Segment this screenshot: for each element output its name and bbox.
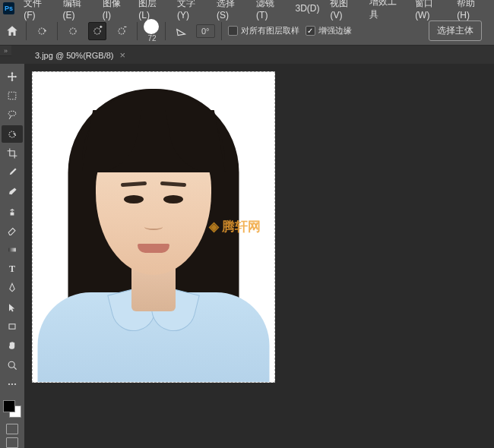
menu-select[interactable]: 选择(S)	[212, 0, 250, 23]
menu-plugins[interactable]: 增效工具	[365, 0, 409, 24]
checkbox-icon	[228, 26, 238, 36]
type-tool[interactable]: T	[2, 260, 23, 277]
svg-point-1	[70, 28, 76, 34]
screen-mode-icon[interactable]	[6, 437, 18, 448]
new-selection-icon[interactable]	[64, 22, 82, 40]
quick-select-tool[interactable]	[2, 125, 23, 143]
hand-tool[interactable]	[2, 337, 23, 355]
svg-point-11	[8, 361, 14, 368]
clone-tool[interactable]	[2, 202, 23, 219]
divider	[57, 22, 58, 40]
document-tab[interactable]: 3.jpg @ 50%(RGB/8) ×	[27, 46, 131, 64]
marquee-tool[interactable]	[2, 87, 23, 104]
svg-rect-4	[8, 92, 16, 99]
svg-point-13	[11, 383, 13, 385]
divider	[26, 22, 27, 40]
pen-tool[interactable]	[2, 279, 23, 297]
menu-3d[interactable]: 3D(D)	[290, 1, 324, 16]
divider	[165, 22, 166, 40]
angle-icon[interactable]	[172, 22, 190, 40]
rectangle-tool[interactable]	[2, 317, 23, 335]
quick-mask-icon[interactable]	[6, 424, 18, 434]
svg-point-12	[8, 383, 10, 385]
foreground-color-swatch[interactable]	[3, 400, 15, 412]
menu-text[interactable]: 文字(Y)	[173, 0, 211, 23]
document-canvas[interactable]: 腾轩网	[32, 71, 275, 383]
watermark-text: 腾轩网	[209, 218, 261, 235]
svg-point-2	[94, 28, 100, 34]
document-tabs: 3.jpg @ 50%(RGB/8) ×	[0, 46, 494, 64]
panel-expand-icon[interactable]	[0, 46, 11, 56]
svg-rect-8	[8, 248, 16, 251]
brush-tool[interactable]	[2, 183, 23, 200]
subtract-selection-icon[interactable]	[112, 22, 131, 40]
close-icon[interactable]: ×	[120, 49, 126, 61]
crop-tool[interactable]	[2, 144, 23, 162]
select-subject-button[interactable]: 选择主体	[429, 21, 482, 41]
app-logo: Ps	[3, 2, 14, 14]
menu-view[interactable]: 视图(V)	[325, 0, 363, 23]
eraser-tool[interactable]	[2, 222, 23, 239]
canvas-viewport[interactable]: 腾轩网	[24, 64, 494, 448]
svg-point-0	[39, 28, 45, 34]
sample-all-label: 对所有图层取样	[241, 25, 299, 36]
menu-edit[interactable]: 编辑(E)	[59, 0, 97, 23]
svg-point-3	[119, 28, 125, 34]
lasso-tool[interactable]	[2, 106, 23, 124]
more-tools-icon[interactable]	[2, 375, 23, 393]
tool-preset-icon[interactable]	[33, 22, 51, 40]
menu-image[interactable]: 图像(I)	[98, 0, 133, 23]
svg-point-14	[14, 383, 16, 385]
sample-all-checkbox[interactable]: 对所有图层取样	[228, 25, 299, 36]
divider	[137, 22, 138, 40]
menu-window[interactable]: 窗口(W)	[410, 0, 451, 23]
angle-value: 0°	[201, 27, 210, 36]
brush-size-label: 72	[147, 34, 156, 43]
menu-file[interactable]: 文件(F)	[19, 0, 56, 23]
smart-radius-label: 增强边缘	[318, 25, 352, 36]
zoom-tool[interactable]	[2, 356, 23, 374]
angle-input[interactable]: 0°	[196, 24, 215, 38]
eyedropper-tool[interactable]	[2, 164, 23, 181]
svg-rect-7	[11, 213, 14, 216]
smart-radius-checkbox[interactable]: 增强边缘	[306, 25, 352, 36]
gradient-tool[interactable]	[2, 241, 23, 258]
menu-help[interactable]: 帮助(H)	[452, 0, 491, 23]
svg-text:T: T	[9, 263, 15, 274]
color-swatches[interactable]	[3, 400, 21, 418]
svg-point-5	[8, 112, 16, 116]
menu-filter[interactable]: 滤镜(T)	[252, 0, 289, 23]
tools-panel: T	[0, 64, 24, 448]
move-tool[interactable]	[2, 68, 23, 85]
add-selection-icon[interactable]	[88, 22, 106, 40]
brush-preview[interactable]	[144, 19, 159, 34]
svg-rect-10	[9, 324, 15, 329]
divider	[221, 22, 222, 40]
home-icon[interactable]	[5, 24, 20, 39]
menu-bar: Ps 文件(F) 编辑(E) 图像(I) 图层(L) 文字(Y) 选择(S) 滤…	[0, 0, 494, 17]
checkbox-checked-icon	[306, 26, 315, 36]
workspace: T	[0, 64, 494, 448]
tab-title: 3.jpg @ 50%(RGB/8)	[35, 51, 114, 60]
direct-select-tool[interactable]	[2, 298, 23, 316]
